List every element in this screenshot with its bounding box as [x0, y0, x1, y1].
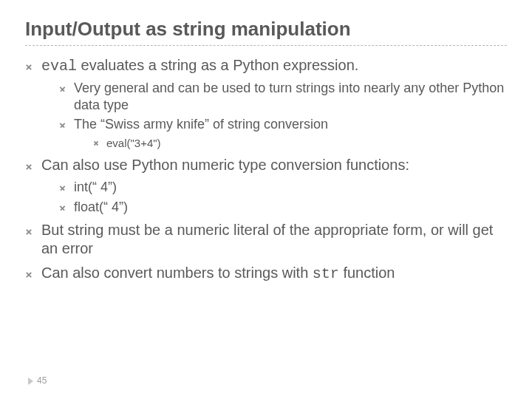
- page-marker-icon: [28, 378, 33, 385]
- slide-title: Input/Output as string manipulation: [25, 18, 507, 46]
- bullet-item: Can also convert numbers to strings with…: [25, 264, 507, 283]
- text: evaluates a string as a Python expressio…: [77, 57, 358, 73]
- text: Can also convert numbers to strings with: [41, 265, 313, 281]
- bullet-item: float(“ 4”): [59, 199, 507, 216]
- bullet-item: Very general and can be used to turn str…: [59, 80, 507, 113]
- bullet-item: The “Swiss army knife” of string convers…: [59, 116, 507, 150]
- bullet-item: int(“ 4”): [59, 179, 507, 196]
- text: function: [339, 265, 395, 281]
- bullet-list: eval evaluates a string as a Python expr…: [25, 56, 507, 283]
- text: Can also use Python numeric type convers…: [41, 157, 409, 173]
- page-number: 45: [37, 375, 47, 386]
- bullet-item: Can also use Python numeric type convers…: [25, 156, 507, 215]
- bullet-item: But string must be a numeric literal of …: [25, 221, 507, 258]
- bullet-item: eval("3+4"): [93, 136, 507, 151]
- bullet-item: eval evaluates a string as a Python expr…: [25, 56, 507, 150]
- code-inline: str: [313, 265, 339, 282]
- text: The “Swiss army knife” of string convers…: [74, 117, 328, 132]
- code-inline: eval: [41, 58, 77, 75]
